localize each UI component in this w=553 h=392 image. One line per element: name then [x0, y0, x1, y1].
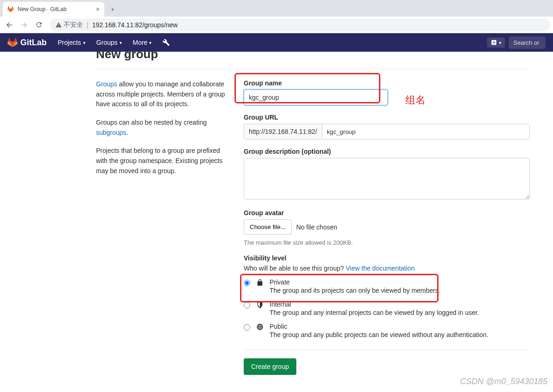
warning-icon [55, 22, 62, 28]
back-button[interactable] [3, 18, 16, 31]
gitlab-logo[interactable]: GitLab [7, 37, 47, 48]
security-label: 不安全 [64, 21, 83, 29]
public-desc: The group and any public projects can be… [270, 331, 488, 338]
forward-button[interactable] [18, 18, 30, 31]
divider [244, 350, 530, 350]
group-url-label: Group URL [244, 114, 530, 121]
close-tab-icon[interactable]: × [96, 6, 100, 13]
group-url-prefix: http://192.168.74.11:82/ [244, 124, 322, 139]
radio-private[interactable] [244, 280, 250, 286]
lock-icon [256, 279, 264, 286]
chevron-down-icon: ▾ [499, 40, 501, 45]
group-desc-label: Group description (optional) [244, 148, 530, 155]
group-url-slug-input[interactable] [322, 124, 530, 139]
private-title: Private [270, 278, 440, 286]
radio-internal[interactable] [244, 302, 250, 308]
create-group-button[interactable]: Create group [244, 358, 296, 375]
globe-icon [256, 323, 264, 331]
radio-public[interactable] [244, 324, 250, 331]
no-file-chosen-text: No file chosen [296, 223, 337, 231]
annotation-text: 组名 [405, 93, 426, 107]
group-desc-textarea[interactable] [244, 158, 530, 199]
nav-new-menu[interactable]: ▾ [487, 37, 505, 48]
chevron-down-icon: ▾ [149, 40, 151, 45]
group-name-input[interactable] [244, 90, 388, 105]
form-area: Group name 组名 Group URL http://192.168.7… [244, 79, 530, 375]
nav-admin-wrench[interactable] [158, 33, 174, 52]
visibility-option-private[interactable]: Private The group and its projects can o… [244, 278, 530, 294]
gitlab-favicon-icon [7, 6, 14, 12]
url-separator: | [87, 21, 89, 29]
visibility-option-public[interactable]: Public The group and any public projects… [244, 323, 530, 338]
nav-projects[interactable]: Projects▾ [53, 33, 90, 52]
search-input[interactable] [509, 36, 546, 49]
shield-icon [256, 301, 264, 308]
visibility-option-internal[interactable]: Internal The group and any internal proj… [244, 301, 530, 316]
arrow-left-icon [5, 21, 13, 29]
tab-title: New Group · GitLab [18, 6, 66, 12]
internal-desc: The group and any internal projects can … [270, 309, 479, 316]
choose-file-button[interactable]: Choose file... [244, 219, 292, 235]
not-secure-indicator[interactable]: 不安全 [55, 21, 83, 29]
subgroups-link[interactable]: subgroups [96, 129, 126, 136]
url-text: 192.168.74.11:82/groups/new [92, 21, 178, 29]
brand-text: GitLab [20, 38, 47, 48]
chevron-down-icon: ▾ [120, 40, 122, 45]
internal-title: Internal [270, 301, 479, 308]
group-name-label: Group name [244, 79, 530, 87]
active-tab[interactable]: New Group · GitLab × [3, 2, 104, 17]
private-desc: The group and its projects can only be v… [270, 287, 440, 294]
public-title: Public [270, 323, 488, 330]
help-sidebar: Groups allow you to manage and collabora… [96, 79, 225, 375]
group-avatar-label: Group avatar [244, 209, 530, 217]
wrench-icon [162, 39, 170, 46]
new-tab-button[interactable]: + [106, 3, 119, 16]
gitlab-logo-icon [7, 37, 18, 48]
browser-tab-strip: New Group · GitLab × + [0, 0, 553, 17]
visibility-label: Visibility level [244, 254, 530, 262]
visibility-question: Who will be able to see this group? [244, 265, 346, 272]
chevron-down-icon: ▾ [83, 40, 85, 45]
file-size-note: The maximum file size allowed is 200KB. [244, 239, 530, 246]
plus-square-icon [491, 39, 497, 46]
reload-button[interactable] [32, 18, 45, 31]
browser-toolbar: 不安全 | 192.168.74.11:82/groups/new [0, 17, 553, 33]
reload-icon [35, 21, 43, 29]
groups-help-link[interactable]: Groups [96, 80, 117, 88]
address-bar[interactable]: 不安全 | 192.168.74.11:82/groups/new [50, 18, 550, 31]
arrow-right-icon [20, 21, 28, 29]
visibility-doc-link[interactable]: View the documentation [346, 265, 415, 272]
divider [96, 69, 530, 69]
watermark: CSDN @m0_59430185 [460, 377, 547, 386]
